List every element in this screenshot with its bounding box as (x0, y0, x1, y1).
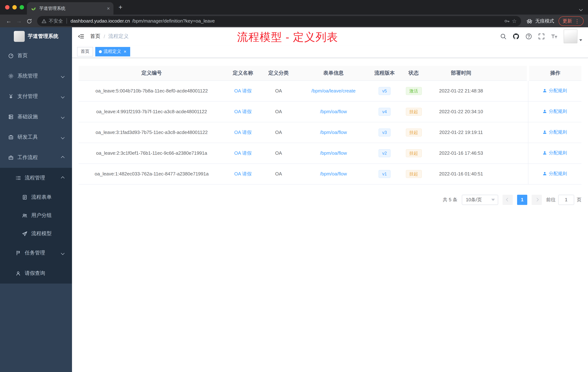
assign-rule-link[interactable]: 分配规则 (543, 129, 567, 135)
sidebar-item-system-management[interactable]: 系统管理 (0, 66, 72, 86)
tab-search-chevron-icon[interactable] (580, 5, 582, 12)
minimize-window-button[interactable] (12, 5, 17, 10)
reload-button[interactable] (24, 18, 34, 24)
deploy-time: 2022-01-22 19:19:11 (429, 122, 493, 143)
help-icon[interactable] (525, 33, 532, 40)
col-process-version: 流程版本 (371, 66, 398, 80)
definition-name-link[interactable]: OA 请假 (234, 88, 252, 93)
assign-rule-link[interactable]: 分配规则 (543, 150, 567, 156)
user-icon (543, 109, 547, 114)
new-tab-button[interactable]: + (118, 3, 122, 11)
tab-close-icon[interactable]: × (107, 5, 110, 11)
table-row: oa_leave:3:1fad3d93-7b75-11ec-a3c8-acde4… (79, 122, 581, 143)
form-link[interactable]: /bpm/oa/flow (320, 130, 347, 135)
tools-icon (8, 134, 14, 140)
search-icon[interactable] (500, 33, 506, 40)
sidebar-menu: 首页 系统管理 支付管理 基础设施 (0, 45, 72, 284)
chevron-down-icon (61, 115, 64, 119)
browser-menu-icon[interactable]: ⋮ (575, 18, 580, 24)
tag-process-definition[interactable]: 流程定义 × (95, 47, 130, 56)
table-row: oa_leave:4:991f2193-7b7f-11ec-a3c8-acde4… (79, 101, 581, 122)
next-page-button[interactable] (532, 195, 542, 205)
col-definition-category: 定义分类 (261, 66, 296, 80)
tab-strip: 芋道管理系统 × + (0, 0, 588, 15)
sidebar-item-home[interactable]: 首页 (0, 45, 72, 66)
bookmark-star-icon[interactable]: ☆ (512, 18, 517, 24)
sidebar-item-workflow[interactable]: 工作流程 (0, 147, 72, 168)
close-window-button[interactable] (5, 5, 10, 10)
status-badge: 激活 (406, 87, 422, 95)
hamburger-icon[interactable] (78, 33, 84, 40)
assign-rule-link[interactable]: 分配规则 (543, 171, 567, 177)
user-icon (15, 271, 21, 276)
document-icon (22, 194, 28, 200)
forward-button[interactable]: → (14, 18, 24, 24)
sidebar-item-user-group[interactable]: 用户分组 (0, 206, 72, 225)
app: 芋道管理系统 首页 系统管理 支付管理 (0, 27, 588, 372)
definition-table: 定义编号 定义名称 定义分类 表单信息 流程版本 状态 部署时间 操作 (79, 66, 581, 184)
form-link[interactable]: /bpm/oa/flow (320, 171, 347, 176)
sidebar-item-payment-management[interactable]: 支付管理 (0, 86, 72, 107)
definition-category: OA (261, 122, 296, 143)
assign-rule-link[interactable]: 分配规则 (543, 88, 567, 94)
tag-home[interactable]: 首页 (77, 47, 93, 56)
password-key-icon[interactable] (504, 18, 510, 24)
definition-id: oa_leave:3:1fad3d93-7b75-11ec-a3c8-acde4… (79, 122, 225, 143)
sidebar-item-leave-query[interactable]: 请假查询 (0, 263, 72, 284)
back-button[interactable]: ← (4, 18, 14, 24)
breadcrumb-separator: / (104, 33, 105, 39)
update-button[interactable]: 更新 ⋮ (558, 16, 584, 26)
filler-cell (493, 122, 528, 143)
app-title: 芋道管理系统 (28, 33, 58, 40)
fullscreen-icon[interactable] (538, 33, 545, 40)
paper-plane-icon (22, 231, 28, 237)
breadcrumb-home[interactable]: 首页 (90, 33, 100, 40)
navbar-actions (500, 30, 582, 43)
sidebar-item-process-model[interactable]: 流程模型 (0, 225, 72, 243)
definition-category: OA (261, 143, 296, 164)
sidebar-item-process-form[interactable]: 流程表单 (0, 188, 72, 206)
definition-id: oa_leave:5:004b710b-7b8a-11ec-8ef0-acde4… (79, 80, 225, 101)
status-badge: 挂起 (406, 128, 422, 136)
version-badge: v1 (378, 170, 390, 178)
sidebar-item-process-management[interactable]: 流程管理 (0, 168, 72, 188)
github-icon[interactable] (513, 33, 519, 40)
tag-close-icon[interactable]: × (124, 49, 126, 54)
browser-toolbar: ← → 不安全 dashboard.yudao.iocoder.cn /bpm/… (0, 15, 588, 27)
sidebar-item-infrastructure[interactable]: 基础设施 (0, 107, 72, 127)
table-row: oa_leave:5:004b710b-7b8a-11ec-8ef0-acde4… (79, 80, 581, 101)
version-badge: v5 (378, 87, 390, 95)
form-link[interactable]: /bpm/oa/flow (320, 150, 347, 156)
page-size-select[interactable]: 10条/页 (462, 195, 498, 205)
page-1-button[interactable]: 1 (517, 195, 527, 205)
app-logo-row[interactable]: 芋道管理系统 (0, 27, 72, 45)
workflow-submenu: 流程管理 流程表单 用户分组 流程模型 (0, 168, 72, 284)
filler-cell (493, 101, 528, 122)
tab-title: 芋道管理系统 (39, 5, 104, 11)
pagination-total: 共 5 条 (443, 196, 457, 203)
sidebar-item-dev-tools[interactable]: 研发工具 (0, 127, 72, 147)
page-content: 定义编号 定义名称 定义分类 表单信息 流程版本 状态 部署时间 操作 (72, 58, 588, 372)
browser-tab[interactable]: 芋道管理系统 × (27, 2, 114, 15)
address-bar[interactable]: 不安全 dashboard.yudao.iocoder.cn /bpm/mana… (37, 16, 521, 26)
form-link[interactable]: /bpm/oa/flow (320, 109, 347, 114)
goto-page-input[interactable] (558, 195, 574, 205)
security-warning-icon (42, 18, 47, 23)
definition-name-link[interactable]: OA 请假 (234, 109, 252, 114)
zoom-window-button[interactable] (20, 5, 24, 10)
active-tag-dot (99, 50, 102, 53)
table-header-row: 定义编号 定义名称 定义分类 表单信息 流程版本 状态 部署时间 操作 (79, 66, 581, 80)
sidebar-item-task-management[interactable]: 任务管理 (0, 243, 72, 263)
incognito-icon (526, 18, 533, 24)
definition-name-link[interactable]: OA 请假 (234, 150, 252, 156)
assign-rule-link[interactable]: 分配规则 (543, 109, 567, 115)
definition-name-link[interactable]: OA 请假 (234, 129, 252, 135)
form-link[interactable]: /bpm/oa/leave/create (311, 88, 356, 94)
prev-page-button[interactable] (503, 195, 513, 205)
user-avatar-menu[interactable] (564, 30, 582, 43)
chevron-down-icon (61, 95, 64, 98)
font-size-icon[interactable] (551, 33, 557, 40)
annotation-overlay: 流程模型 - 定义列表 (237, 30, 338, 45)
main-area: 首页 / 流程定义 (72, 27, 588, 372)
definition-name-link[interactable]: OA 请假 (234, 171, 252, 176)
